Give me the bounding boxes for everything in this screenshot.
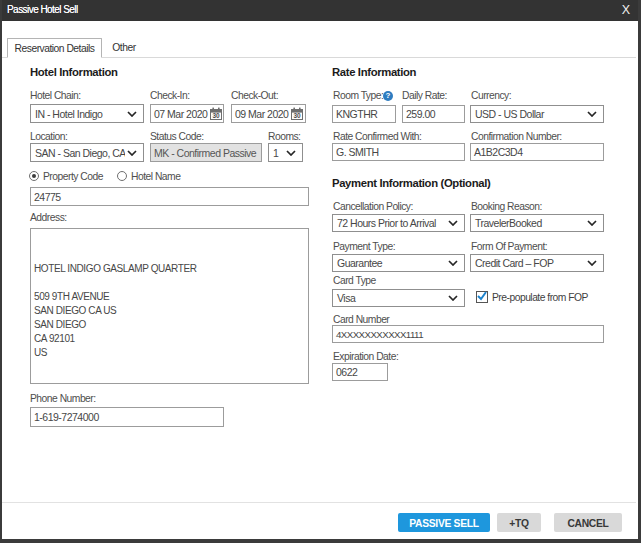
hotel-chain-label: Hotel Chain: [30, 90, 81, 101]
hotel-name-radio-label: Hotel Name [131, 171, 180, 182]
hotel-chain-select[interactable]: IN - Hotel Indigo [30, 104, 144, 123]
check-out-label: Check-Out: [231, 90, 278, 101]
phone-number-label: Phone Number: [30, 393, 96, 404]
hotel-name-radio[interactable] [117, 171, 127, 181]
rate-confirmed-with-label: Rate Confirmed With: [333, 131, 421, 142]
prepopulate-from-fop-checkbox[interactable] [476, 291, 488, 303]
property-code-input[interactable]: 24775 [30, 187, 309, 206]
card-number-input[interactable]: 4XXXXXXXXXXX1111 [332, 325, 604, 343]
expiration-date-input[interactable]: 0622 [332, 363, 388, 381]
location-label: Location: [30, 131, 67, 142]
check-in-calendar-icon[interactable]: 30 [210, 107, 222, 120]
title-bar: Passive Hotel Sell X [0, 0, 641, 21]
cancellation-policy-select[interactable]: 72 Hours Prior to Arrival [332, 214, 465, 232]
room-type-input[interactable]: KNGTHR [332, 105, 396, 123]
property-code-radio-label: Property Code [43, 171, 103, 182]
rate-confirmed-with-input[interactable]: G. SMITH [332, 143, 465, 161]
check-icon [476, 290, 488, 302]
payment-type-select[interactable]: Guarantee [332, 254, 465, 272]
chevron-down-icon [448, 260, 458, 266]
currency-select[interactable]: USD - US Dollar [470, 105, 604, 123]
prepopulate-from-fop-label: Pre-populate from FOP [492, 292, 588, 303]
status-code-label: Status Code: [150, 131, 204, 142]
card-number-label: Card Number [333, 314, 389, 325]
chevron-down-icon [448, 295, 458, 301]
tab-reservation-details[interactable]: Reservation Details [7, 38, 102, 58]
svg-text:30: 30 [212, 112, 220, 119]
hotel-information-heading: Hotel Information [30, 66, 118, 78]
daily-rate-label: Daily Rate: [402, 90, 447, 101]
window-title: Passive Hotel Sell [7, 4, 78, 15]
rate-information-heading: Rate Information [332, 66, 416, 78]
footer-divider [0, 502, 636, 503]
expiration-date-label: Expiration Date: [333, 351, 398, 362]
status-code-input: MK - Confirmed Passive [150, 143, 262, 162]
address-label: Address: [30, 212, 67, 223]
card-type-select[interactable]: Visa [332, 289, 465, 307]
check-out-calendar-icon[interactable]: 30 [291, 107, 303, 120]
booking-reason-select[interactable]: TravelerBooked [470, 214, 604, 232]
passive-sell-button[interactable]: PASSIVE SELL [398, 513, 490, 532]
chevron-down-icon [127, 111, 137, 117]
location-select[interactable]: SAN - San Diego, CA [30, 143, 144, 162]
currency-label: Currency: [471, 90, 511, 101]
tq-button[interactable]: +TQ [497, 513, 541, 532]
payment-information-heading: Payment Information (Optional) [332, 177, 490, 189]
rooms-select[interactable]: 1 [268, 143, 303, 162]
phone-number-input[interactable]: 1-619-7274000 [30, 407, 224, 427]
svg-text:30: 30 [293, 112, 301, 119]
cancellation-policy-label: Cancellation Policy: [333, 201, 413, 212]
check-in-label: Check-In: [150, 90, 190, 101]
chevron-down-icon [587, 111, 597, 117]
chevron-down-icon [448, 220, 458, 226]
form-of-payment-select[interactable]: Credit Card – FOP [470, 254, 604, 272]
daily-rate-input[interactable]: 259.00 [402, 105, 465, 123]
payment-type-label: Payment Type: [333, 241, 395, 252]
chevron-down-icon [587, 260, 597, 266]
form-of-payment-label: Form Of Payment: [471, 241, 547, 252]
tab-other[interactable]: Other [102, 38, 146, 57]
close-icon[interactable]: X [618, 2, 634, 18]
rooms-label: Rooms: [268, 131, 300, 142]
room-type-label: Room Type: [333, 90, 383, 101]
card-type-label: Card Type [333, 275, 376, 286]
room-type-help-icon[interactable]: ? [383, 91, 393, 101]
chevron-down-icon [127, 150, 137, 156]
cancel-button[interactable]: CANCEL [554, 513, 622, 532]
booking-reason-label: Booking Reason: [471, 201, 542, 212]
passive-hotel-sell-dialog: Passive Hotel Sell X Reservation Details… [0, 0, 641, 544]
property-code-radio[interactable] [29, 171, 39, 181]
chevron-down-icon [286, 150, 296, 156]
confirmation-number-label: Confirmation Number: [471, 131, 562, 142]
confirmation-number-input[interactable]: A1B2C3D4 [470, 143, 604, 161]
chevron-down-icon [587, 220, 597, 226]
address-textarea[interactable]: HOTEL INDIGO GASLAMP QUARTER 509 9TH AVE… [30, 228, 309, 384]
